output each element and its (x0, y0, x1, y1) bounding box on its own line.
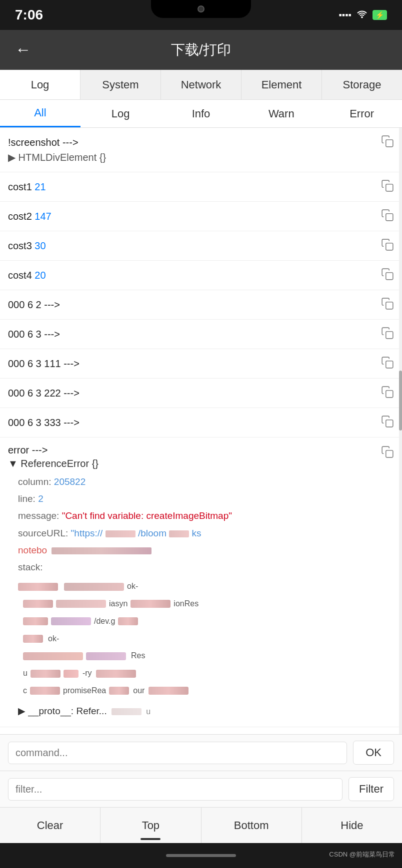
back-button[interactable]: ← (15, 40, 31, 59)
log-text: 000 6 3 222 ---> (8, 386, 381, 401)
log-text: cost1 21 (8, 179, 381, 194)
tab-bar-2: All Log Info Warn Error (0, 100, 402, 128)
svg-rect-0 (386, 140, 393, 147)
error-prop-column: column: 205822 (8, 473, 381, 490)
tab-system[interactable]: System (80, 70, 161, 99)
svg-rect-2 (386, 214, 393, 221)
copy-icon[interactable] (381, 297, 394, 310)
error-prop-stack: stack: ok- iasyn (8, 559, 381, 700)
log-entry: 000 6 3 333 ---> (0, 408, 402, 437)
copy-icon[interactable] (381, 238, 394, 251)
log-entry: !screenshot ---> ▶ HTMLDivElement {} (0, 128, 402, 172)
copy-icon[interactable] (381, 386, 394, 399)
command-bar: OK (0, 734, 402, 771)
error-title: error ---> (8, 444, 381, 456)
nav-bar: ← 下载/打印 (0, 30, 402, 70)
log-text: cost2 147 (8, 209, 381, 224)
battery-icon: ⚡ (372, 10, 387, 20)
copy-icon[interactable] (381, 415, 394, 428)
svg-rect-4 (386, 273, 393, 280)
command-input[interactable] (8, 742, 347, 764)
error-prop-notebook: notebo (8, 542, 381, 559)
log-entry: cost4 20 (0, 261, 402, 290)
filter-button[interactable]: Filter (348, 777, 394, 801)
top-button[interactable]: Top (100, 808, 201, 843)
log-text: 000 6 3 ---> (8, 327, 381, 342)
copy-icon[interactable] (381, 179, 394, 192)
status-time: 7:06 (15, 7, 43, 23)
home-indicator (166, 854, 236, 857)
log-entry: 000 6 3 ---> (0, 320, 402, 349)
log-text: cost3 30 (8, 238, 381, 253)
wifi-icon (356, 9, 368, 21)
page-title: 下载/打印 (41, 40, 361, 59)
error-prop-source: sourceURL: "https:// /bloom ks (8, 525, 381, 542)
copy-icon[interactable] (381, 356, 394, 369)
log-entry: 000 6 3 222 ---> (0, 379, 402, 408)
filter-input[interactable] (8, 778, 342, 801)
error-prop-message: message: "Can't find variable: createIma… (8, 507, 381, 524)
tab-log[interactable]: Log (0, 70, 80, 99)
scrollbar[interactable] (399, 128, 402, 734)
log-text: !screenshot ---> ▶ HTMLDivElement {} (8, 135, 381, 165)
error-prop-line: line: 2 (8, 490, 381, 507)
tab-log-sub[interactable]: Log (80, 100, 161, 127)
tab-bar-1: Log System Network Element Storage (0, 70, 402, 100)
notch (151, 0, 251, 18)
svg-rect-1 (386, 184, 393, 191)
tab-warn[interactable]: Warn (241, 100, 322, 127)
log-entry: 000 6 3 111 ---> (0, 349, 402, 379)
copy-icon[interactable] (381, 268, 394, 281)
main-content: Log System Network Element Storage All L… (0, 70, 402, 843)
tab-network[interactable]: Network (161, 70, 242, 99)
svg-rect-9 (386, 420, 393, 427)
copy-icon[interactable] (381, 445, 394, 458)
signal-icon: ▪▪▪▪ (338, 10, 352, 20)
bottom-toolbar: Clear Top Bottom Hide (0, 807, 402, 843)
copy-icon[interactable] (381, 327, 394, 340)
log-entry: cost3 30 (0, 231, 402, 261)
copy-icon[interactable] (381, 135, 394, 148)
command-ok-button[interactable]: OK (353, 741, 394, 765)
notch-camera (198, 5, 204, 12)
svg-rect-6 (386, 332, 393, 339)
log-text: 000 6 2 ---> (8, 297, 381, 312)
log-text: 000 6 3 111 ---> (8, 356, 381, 371)
error-proto: ▶ __proto__: Refer... u (8, 703, 381, 720)
hide-button[interactable]: Hide (302, 808, 402, 843)
scrollbar-thumb[interactable] (399, 371, 402, 431)
filter-bar: Filter (0, 771, 402, 807)
log-entry: 000 6 2 ---> (0, 290, 402, 320)
svg-rect-7 (386, 361, 393, 368)
tab-element[interactable]: Element (242, 70, 322, 99)
copy-icon[interactable] (381, 209, 394, 222)
svg-rect-3 (386, 243, 393, 250)
svg-rect-10 (386, 450, 393, 457)
error-obj: ▼ ReferenceError {} (8, 458, 381, 469)
tab-error[interactable]: Error (322, 100, 402, 127)
log-area[interactable]: !screenshot ---> ▶ HTMLDivElement {} cos… (0, 128, 402, 734)
svg-rect-5 (386, 302, 393, 309)
error-block: error ---> ▼ ReferenceError {} column: 2… (0, 437, 402, 727)
status-bar: 7:06 ▪▪▪▪ ⚡ (0, 0, 402, 30)
log-entry: cost2 147 (0, 202, 402, 231)
log-entry: cost1 21 (0, 172, 402, 202)
tab-info[interactable]: Info (161, 100, 242, 127)
log-text: 000 6 3 333 ---> (8, 415, 381, 430)
status-icons: ▪▪▪▪ ⚡ (338, 9, 387, 21)
tab-storage[interactable]: Storage (322, 70, 402, 99)
log-text: cost4 20 (8, 268, 381, 283)
svg-rect-8 (386, 391, 393, 398)
tab-all[interactable]: All (0, 100, 80, 127)
home-area (0, 843, 402, 868)
bottom-button[interactable]: Bottom (202, 808, 302, 843)
clear-button[interactable]: Clear (0, 808, 100, 843)
